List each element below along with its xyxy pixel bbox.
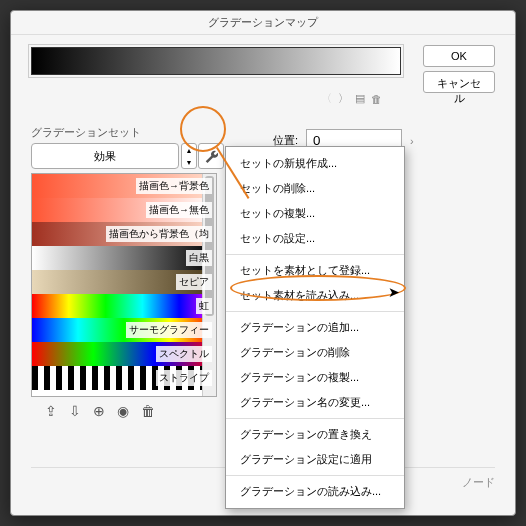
gradient-label: 描画色から背景色（均 — [106, 226, 212, 242]
menu-separator — [226, 311, 404, 312]
dialog-content: OK キャンセル 〈 〉 ▤ 🗑 位置: › グラデーションセット 効果 ▲ ▼… — [11, 35, 515, 59]
scrollbar-thumb[interactable] — [205, 176, 214, 316]
menu-item[interactable]: グラデーションの複製... — [226, 365, 404, 390]
import-icon[interactable]: ⇩ — [69, 403, 81, 419]
gradient-item[interactable]: スペクトル — [32, 342, 216, 366]
delete-icon[interactable]: 🗑 — [141, 403, 155, 419]
cursor-icon: ➤ — [388, 284, 400, 300]
gradient-item[interactable]: セピア — [32, 270, 216, 294]
menu-item[interactable]: グラデーションの追加... — [226, 315, 404, 340]
gradient-item[interactable]: ストライプ — [32, 366, 216, 390]
save-icon[interactable]: ▤ — [355, 92, 365, 105]
prev-icon[interactable]: 〈 — [321, 91, 332, 106]
next-icon[interactable]: 〉 — [338, 91, 349, 106]
gradient-item[interactable]: 白黒 — [32, 246, 216, 270]
gradient-item[interactable]: 虹 — [32, 294, 216, 318]
set-dropdown[interactable]: 効果 — [31, 143, 179, 169]
gradient-label: 描画色→背景色 — [136, 178, 212, 194]
stepper-up-icon[interactable]: ▲ — [182, 144, 196, 156]
gradient-item[interactable]: 描画色→背景色 — [32, 174, 216, 198]
tag-icon[interactable]: ◉ — [117, 403, 129, 419]
context-menu: セットの新規作成...セットの削除...セットの複製...セットの設定...セッ… — [225, 146, 405, 509]
gradient-label: セピア — [176, 274, 212, 290]
gradient-item[interactable]: サーモグラフィー — [32, 318, 216, 342]
gradient-item[interactable]: 描画色→無色 — [32, 198, 216, 222]
add-icon[interactable]: ⊕ — [93, 403, 105, 419]
gradient-set-label: グラデーションセット — [31, 125, 141, 140]
ok-button[interactable]: OK — [423, 45, 495, 67]
gradient-label: スペクトル — [156, 346, 212, 362]
chevron-right-icon[interactable]: › — [410, 135, 414, 147]
set-name: 効果 — [94, 149, 116, 164]
menu-item[interactable]: グラデーション名の変更... — [226, 390, 404, 415]
menu-item[interactable]: グラデーションの置き換え — [226, 422, 404, 447]
main-gradient-bar[interactable] — [31, 47, 401, 75]
stepper-down-icon[interactable]: ▼ — [182, 156, 196, 168]
list-toolbar: ⇪ ⇩ ⊕ ◉ 🗑 — [45, 403, 155, 419]
gradient-label: 白黒 — [186, 250, 212, 266]
nav-toolbar: 〈 〉 ▤ 🗑 — [321, 91, 382, 106]
menu-item[interactable]: セットの削除... — [226, 176, 404, 201]
gradient-label: ストライプ — [156, 370, 212, 386]
menu-item[interactable]: グラデーションの読み込み... — [226, 479, 404, 504]
trash-icon[interactable]: 🗑 — [371, 93, 382, 105]
menu-separator — [226, 254, 404, 255]
menu-item[interactable]: グラデーションの削除 — [226, 340, 404, 365]
menu-item[interactable]: セットの設定... — [226, 226, 404, 251]
gradient-label: 虹 — [196, 298, 212, 314]
dialog-title: グラデーションマップ — [11, 11, 515, 35]
menu-item[interactable]: セット素材を読み込み... — [226, 283, 404, 308]
gradient-list[interactable]: 描画色→背景色描画色→無色描画色から背景色（均白黒セピア虹サーモグラフィースペク… — [31, 173, 217, 397]
menu-separator — [226, 475, 404, 476]
export-icon[interactable]: ⇪ — [45, 403, 57, 419]
cancel-button[interactable]: キャンセル — [423, 71, 495, 93]
gradient-label: サーモグラフィー — [126, 322, 212, 338]
menu-item[interactable]: セットの複製... — [226, 201, 404, 226]
gradient-label: 描画色→無色 — [146, 202, 212, 218]
menu-item[interactable]: セットの新規作成... — [226, 151, 404, 176]
menu-item[interactable]: グラデーション設定に適用 — [226, 447, 404, 472]
menu-item[interactable]: セットを素材として登録... — [226, 258, 404, 283]
wrench-icon — [204, 149, 218, 163]
gradient-item[interactable]: 描画色から背景色（均 — [32, 222, 216, 246]
set-stepper[interactable]: ▲ ▼ — [181, 143, 197, 169]
node-count-label: ノード — [462, 475, 495, 490]
menu-separator — [226, 418, 404, 419]
